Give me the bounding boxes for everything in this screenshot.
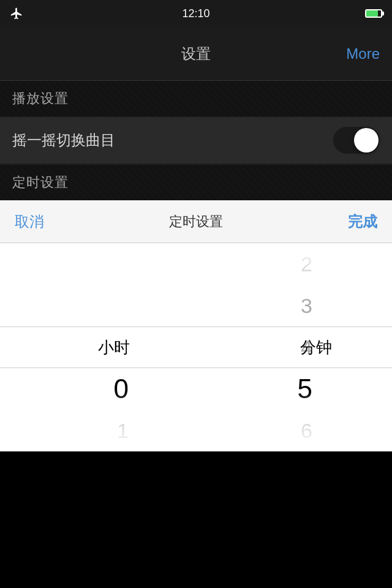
done-button[interactable]: 完成 [348, 212, 377, 232]
min-item-2[interactable]: 2 [301, 243, 312, 285]
more-button[interactable]: More [346, 45, 380, 62]
picker-title: 定时设置 [169, 213, 223, 231]
hours-label: 小时 [98, 337, 130, 358]
status-left [10, 7, 23, 20]
hour-item-0[interactable]: 0 [114, 368, 129, 410]
min-item-6[interactable]: 6 [301, 410, 312, 451]
toggle-knob [354, 128, 379, 153]
shake-toggle-row[interactable]: 摇一摇切换曲目 [0, 116, 392, 164]
hours-column[interactable]: 0 1 2 [0, 243, 184, 451]
hours-numbers: 0 1 2 [0, 243, 184, 451]
min-item-3[interactable]: 3 [301, 285, 312, 326]
shake-toggle[interactable] [333, 127, 380, 154]
airplane-icon [10, 7, 23, 20]
min-item-5[interactable]: 5 [298, 368, 312, 410]
shake-label: 摇一摇切换曲目 [12, 130, 115, 150]
picker-nav: 取消 定时设置 完成 [0, 200, 392, 243]
status-time: 12:10 [182, 7, 209, 20]
battery-icon [365, 9, 382, 18]
minutes-label: 分钟 [300, 337, 332, 358]
battery-fill [366, 10, 378, 17]
timer-section-header: 定时设置 [0, 164, 392, 200]
nav-title: 设置 [181, 44, 211, 64]
hour-item-1[interactable]: 1 [117, 410, 129, 451]
minutes-column[interactable]: 2 3 4 5 6 7 8 [196, 243, 368, 451]
nav-bar: 设置 More [0, 27, 392, 81]
playback-section-header: 播放设置 [0, 81, 392, 116]
status-right [365, 9, 382, 18]
cancel-button[interactable]: 取消 [15, 212, 44, 232]
status-bar: 12:10 [0, 0, 392, 27]
picker-wheel[interactable]: 0 1 2 小时 2 3 4 5 6 7 8 分钟 [0, 243, 392, 451]
minutes-numbers: 2 3 4 5 6 7 8 [196, 243, 368, 451]
